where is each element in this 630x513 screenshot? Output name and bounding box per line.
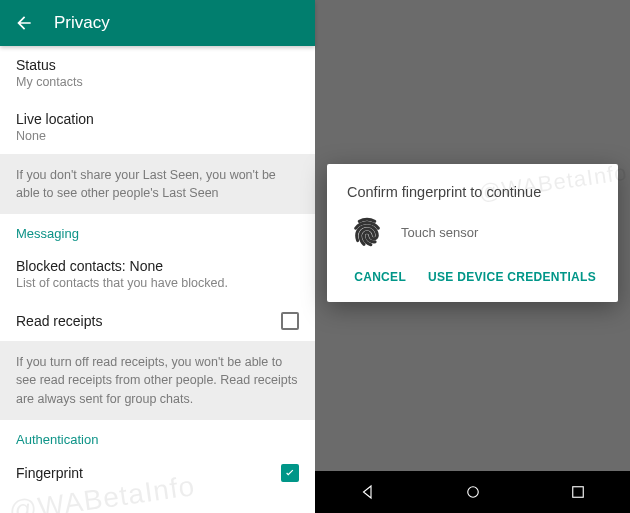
fingerprint-dialog: Confirm fingerprint to continue Touch se… [327, 164, 618, 302]
setting-read-receipts[interactable]: Read receipts [0, 301, 315, 341]
fingerprint-checkbox[interactable] [281, 464, 299, 482]
setting-blocked-contacts[interactable]: Blocked contacts: None List of contacts … [0, 247, 315, 301]
setting-subtitle: My contacts [16, 75, 83, 89]
setting-title: Read receipts [16, 313, 102, 329]
privacy-screen: Privacy Status My contacts Live location… [0, 0, 315, 513]
nav-home-icon[interactable] [464, 483, 482, 501]
setting-title: Blocked contacts: None [16, 258, 228, 274]
fingerprint-icon [351, 216, 383, 248]
svg-rect-1 [572, 487, 583, 498]
info-read-receipts: If you turn off read receipts, you won't… [0, 341, 315, 419]
section-header-messaging: Messaging [0, 214, 315, 247]
setting-fingerprint[interactable]: Fingerprint [0, 453, 315, 496]
setting-title: Fingerprint [16, 465, 83, 481]
touch-sensor-label: Touch sensor [401, 225, 478, 240]
read-receipts-checkbox[interactable] [281, 312, 299, 330]
info-last-seen: If you don't share your Last Seen, you w… [0, 154, 315, 214]
dialog-actions: CANCEL USE DEVICE CREDENTIALS [347, 264, 598, 290]
use-device-credentials-button[interactable]: USE DEVICE CREDENTIALS [426, 264, 598, 290]
setting-live-location[interactable]: Live location None [0, 100, 315, 154]
nav-back-icon[interactable] [359, 483, 377, 501]
cancel-button[interactable]: CANCEL [352, 264, 408, 290]
setting-title: Live location [16, 111, 94, 127]
svg-point-0 [467, 487, 478, 498]
setting-subtitle: None [16, 129, 94, 143]
dialog-body: Touch sensor [347, 216, 598, 248]
page-title: Privacy [54, 13, 110, 33]
setting-title: Status [16, 57, 83, 73]
back-icon[interactable] [14, 13, 34, 33]
nav-recent-icon[interactable] [569, 483, 587, 501]
app-bar: Privacy [0, 0, 315, 46]
fingerprint-screen: Confirm fingerprint to continue Touch se… [315, 0, 630, 513]
dialog-title: Confirm fingerprint to continue [347, 184, 598, 200]
setting-status[interactable]: Status My contacts [0, 46, 315, 100]
android-navbar [315, 471, 630, 513]
section-header-authentication: Authentication [0, 420, 315, 453]
setting-subtitle: List of contacts that you have blocked. [16, 276, 228, 290]
